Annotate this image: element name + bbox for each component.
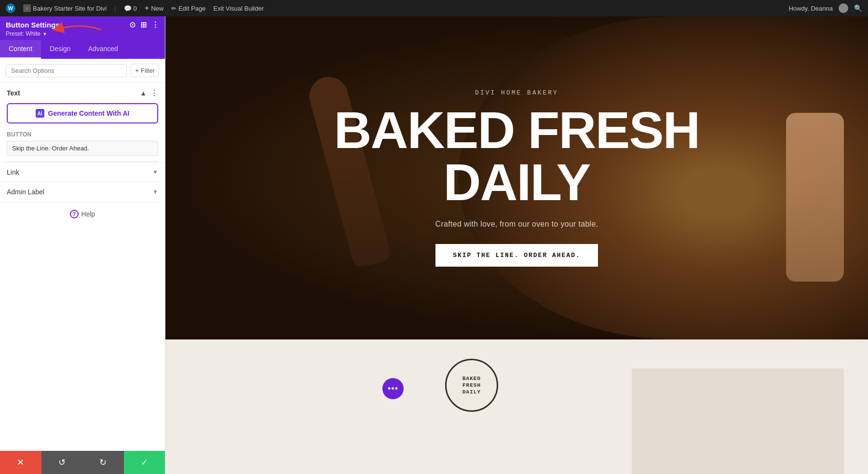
hero-cta-button[interactable]: SKIP THE LINE. ORDER AHEAD.: [435, 244, 598, 267]
lower-card: [632, 368, 844, 474]
admin-label-section-title: Admin Label: [7, 188, 44, 196]
dots-menu-icon[interactable]: ⋮: [151, 20, 159, 29]
admin-label-section: Admin Label ▼: [0, 182, 165, 202]
filter-label: Filter: [141, 67, 155, 74]
admin-bar: W ☆ Bakery Starter Site for Divi | 💬 0 +…: [0, 0, 868, 16]
hero-section: DIVI HOME BAKERY BAKED FRESH DAILY Craft…: [165, 16, 868, 339]
hero-cta-label: SKIP THE LINE. ORDER AHEAD.: [453, 252, 581, 259]
admin-label-section-header[interactable]: Admin Label ▼: [0, 182, 165, 202]
divider: |: [114, 5, 116, 12]
site-icon: ☆: [23, 4, 31, 12]
left-panel: Button Settings ⊙ ⊞ ⋮ Preset: White ▼ Co…: [0, 16, 165, 474]
generate-ai-button[interactable]: AI Generate Content With AI: [7, 103, 158, 123]
panel-title-bar: Button Settings ⊙ ⊞ ⋮: [6, 20, 159, 29]
dots-icon: •••: [388, 384, 398, 394]
panel-title-icons: ⊙ ⊞ ⋮: [129, 20, 159, 29]
hero-description: Crafted with love, from our oven to your…: [334, 220, 699, 229]
plus-icon: +: [145, 4, 149, 13]
howdy-text: Howdy, Deanna: [788, 5, 833, 12]
main-layout: Button Settings ⊙ ⊞ ⋮ Preset: White ▼ Co…: [0, 16, 868, 474]
filter-button[interactable]: + Filter: [131, 64, 159, 77]
tab-bar: Content Design Advanced: [0, 40, 165, 59]
cancel-button[interactable]: ✕: [0, 451, 41, 474]
panel-header: Button Settings ⊙ ⊞ ⋮ Preset: White ▼: [0, 16, 165, 40]
lower-section: BAKED FRESH DAILY •••: [165, 339, 868, 474]
comments-item[interactable]: 💬 0: [124, 5, 137, 12]
undo-icon: ↺: [58, 457, 66, 468]
stamp-text: BAKED FRESH DAILY: [462, 375, 481, 396]
content-area: DIVI HOME BAKERY BAKED FRESH DAILY Craft…: [165, 16, 868, 474]
hero-content: DIVI HOME BAKERY BAKED FRESH DAILY Craft…: [334, 89, 699, 267]
grid-icon[interactable]: ⊞: [140, 20, 147, 29]
preset-selector[interactable]: Preset: White ▼: [6, 30, 159, 37]
comments-icon: 💬: [124, 5, 132, 12]
preset-label: Preset: White: [6, 30, 41, 37]
text-section-dots-icon[interactable]: ⋮: [150, 88, 158, 97]
button-text-input[interactable]: Skip the Line. Order Ahead.: [7, 141, 158, 156]
admin-bar-right: Howdy, Deanna 🔍: [788, 3, 862, 13]
button-field-section: Button Skip the Line. Order Ahead.: [0, 129, 165, 162]
new-label: New: [151, 5, 163, 12]
search-icon[interactable]: 🔍: [854, 4, 862, 12]
redo-icon: ↻: [99, 457, 107, 468]
eye-icon[interactable]: ⊙: [129, 20, 136, 29]
wp-logo-icon: W: [6, 3, 15, 13]
tab-advanced[interactable]: Advanced: [80, 40, 127, 59]
link-section-title: Link: [7, 168, 19, 176]
text-section-title: Text: [7, 89, 20, 97]
help-label: Help: [81, 210, 95, 218]
save-icon: ✓: [141, 457, 148, 468]
new-item[interactable]: + New: [145, 4, 163, 13]
exit-builder-link[interactable]: Exit Visual Builder: [214, 5, 264, 12]
hero-title: BAKED FRESH DAILY: [334, 104, 699, 208]
link-chevron-icon[interactable]: ▼: [152, 169, 158, 176]
tab-design[interactable]: Design: [41, 40, 80, 59]
filter-plus-icon: +: [135, 67, 139, 74]
link-section: Link ▼: [0, 162, 165, 182]
comments-count: 0: [134, 5, 137, 12]
search-input[interactable]: [6, 64, 127, 77]
site-name[interactable]: ☆ Bakery Starter Site for Divi: [23, 4, 107, 12]
cancel-icon: ✕: [17, 457, 24, 468]
search-area: + Filter: [0, 59, 165, 82]
link-section-header[interactable]: Link ▼: [0, 163, 165, 182]
redo-button[interactable]: ↻: [82, 451, 124, 474]
hand-right-visual: [786, 113, 844, 282]
button-field-label: Button: [7, 131, 158, 138]
hero-eyebrow: DIVI HOME BAKERY: [334, 89, 699, 96]
stamp-circle: BAKED FRESH DAILY: [445, 359, 498, 412]
tab-content[interactable]: Content: [0, 40, 41, 59]
preset-arrow-icon: ▼: [42, 31, 47, 37]
panel-content: Text ▲ ⋮ AI Generate Content With AI But…: [0, 82, 165, 451]
section-controls: ▲ ⋮: [140, 88, 158, 97]
bottom-toolbar: ✕ ↺ ↻ ✓: [0, 451, 165, 474]
help-icon: ?: [70, 210, 79, 218]
text-section-header[interactable]: Text ▲ ⋮: [0, 82, 165, 101]
help-section[interactable]: ? Help: [0, 202, 165, 226]
panel-title-text: Button Settings: [6, 21, 60, 29]
ai-icon: AI: [36, 109, 44, 118]
search-input-wrap: [6, 64, 127, 77]
user-avatar: [839, 3, 848, 13]
admin-label-chevron-icon[interactable]: ▼: [152, 189, 158, 195]
undo-button[interactable]: ↺: [41, 451, 83, 474]
ai-button-label: Generate Content With AI: [48, 109, 130, 117]
float-dots-button[interactable]: •••: [382, 378, 404, 399]
pencil-icon: ✏: [171, 5, 176, 12]
save-button[interactable]: ✓: [124, 451, 165, 474]
hero-title-line1: BAKED FRESH: [334, 101, 699, 159]
edit-page-link[interactable]: ✏ Edit Page: [171, 5, 205, 12]
hero-title-line2: DAILY: [443, 153, 590, 211]
chevron-up-icon[interactable]: ▲: [140, 89, 147, 97]
